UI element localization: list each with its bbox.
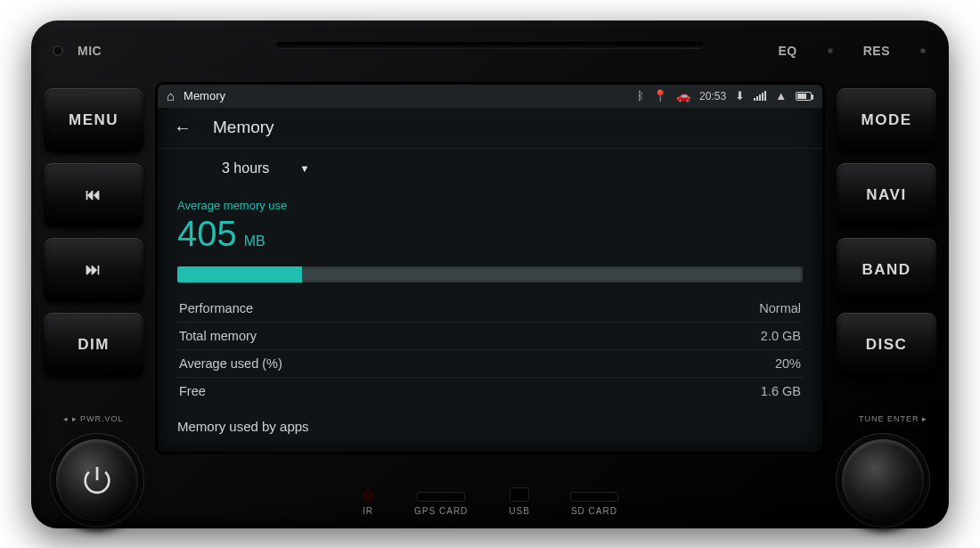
statusbar-app-title: Memory xyxy=(184,89,225,102)
usb-label: USB xyxy=(509,506,530,516)
android-status-bar: ⌂ Memory ᛒ 📍 🚗 20:53 ⬇ ▲ xyxy=(158,85,822,108)
avg-memory-value: 405 MB xyxy=(177,214,803,254)
menu-button[interactable]: MENU xyxy=(44,88,143,152)
sd-card-slot[interactable]: SD CARD xyxy=(571,493,617,516)
gps-slot-icon xyxy=(418,493,464,501)
eq-label: EQ xyxy=(778,44,796,58)
dim-button[interactable]: DIM xyxy=(44,313,143,377)
row-label: Average used (%) xyxy=(179,356,282,371)
res-pinhole-icon xyxy=(920,48,926,53)
time-range-label: 3 hours xyxy=(222,160,269,176)
apps-section-heading[interactable]: Memory used by apps xyxy=(158,419,822,439)
row-performance[interactable]: Performance Normal xyxy=(177,295,803,322)
location-icon: 📍 xyxy=(653,90,667,102)
next-track-button[interactable]: ⏭ xyxy=(44,238,143,302)
mic-hole-icon xyxy=(54,47,61,54)
res-label: RES xyxy=(863,44,890,58)
row-free[interactable]: Free 1.6 GB xyxy=(177,377,803,405)
power-volume-knob[interactable]: ◂ ▸ PWR.VOL xyxy=(56,439,138,521)
avg-memory-label: Average memory use xyxy=(177,199,803,212)
memory-summary: Average memory use 405 MB Performance No… xyxy=(158,188,822,405)
bottom-strip: ◂ ▸ PWR.VOL IR GPS CARD USB SD CARD xyxy=(31,455,949,528)
row-value: 1.6 GB xyxy=(761,384,801,398)
band-button[interactable]: BAND xyxy=(837,238,936,302)
row-total-memory[interactable]: Total memory 2.0 GB xyxy=(177,322,803,349)
gps-card-slot[interactable]: GPS CARD xyxy=(414,493,468,516)
disc-button[interactable]: DISC xyxy=(837,313,936,377)
signal-icon xyxy=(754,91,766,101)
avg-memory-number: 405 xyxy=(177,214,237,254)
row-value: 2.0 GB xyxy=(761,329,801,343)
car-icon: 🚗 xyxy=(676,90,690,102)
row-average-used[interactable]: Average used (%) 20% xyxy=(177,349,803,377)
power-volume-label: ◂ ▸ PWR.VOL xyxy=(63,414,124,423)
ir-port: IR xyxy=(363,490,373,516)
row-value: Normal xyxy=(759,301,801,315)
gps-label: GPS CARD xyxy=(414,506,468,516)
row-label: Performance xyxy=(179,301,253,315)
download-icon: ⬇ xyxy=(735,90,745,102)
ir-label: IR xyxy=(363,506,373,516)
head-unit-chassis: MIC EQ RES MENU ⏮ ⏭ DIM ⌂ Memory ᛒ 📍 � xyxy=(31,20,949,528)
tune-enter-label: TUNE ENTER ▸ xyxy=(859,414,927,423)
screen-title: Memory xyxy=(213,118,274,137)
top-strip: MIC EQ RES xyxy=(31,20,949,81)
right-button-column: MODE NAVI BAND DISC xyxy=(824,81,949,455)
mic-label: MIC xyxy=(78,44,102,58)
sd-label: SD CARD xyxy=(571,506,617,516)
navi-button[interactable]: NAVI xyxy=(837,163,936,227)
dvd-slot[interactable] xyxy=(276,42,704,49)
touchscreen[interactable]: ⌂ Memory ᛒ 📍 🚗 20:53 ⬇ ▲ ← Memory 3 hour… xyxy=(158,85,822,452)
row-label: Free xyxy=(179,384,206,398)
usb-port[interactable]: USB xyxy=(509,488,530,516)
clock: 20:53 xyxy=(699,90,726,102)
memory-usage-bar xyxy=(177,266,803,282)
ir-lens-icon xyxy=(363,490,373,501)
time-range-dropdown[interactable]: 3 hours ▼ xyxy=(158,149,822,188)
tune-enter-knob[interactable]: TUNE ENTER ▸ xyxy=(842,439,924,521)
back-arrow-icon[interactable]: ← xyxy=(174,118,192,138)
mode-button[interactable]: MODE xyxy=(837,88,936,152)
wifi-icon: ▲ xyxy=(775,90,787,102)
battery-icon xyxy=(796,92,812,101)
row-value: 20% xyxy=(775,356,801,371)
usb-slot-icon xyxy=(510,488,528,501)
status-icons: ᛒ 📍 🚗 20:53 ⬇ ▲ xyxy=(637,90,812,102)
memory-used-segment xyxy=(177,266,302,282)
bt-icon: ᛒ xyxy=(637,90,644,102)
avg-memory-unit: MB xyxy=(244,233,265,249)
port-row: IR GPS CARD USB SD CARD xyxy=(363,488,617,516)
memory-stats-list: Performance Normal Total memory 2.0 GB A… xyxy=(177,295,803,405)
sd-slot-icon xyxy=(571,493,617,501)
prev-track-button[interactable]: ⏮ xyxy=(44,163,143,227)
row-label: Total memory xyxy=(179,329,257,343)
left-button-column: MENU ⏮ ⏭ DIM xyxy=(31,81,156,455)
power-icon xyxy=(79,462,115,498)
home-icon[interactable]: ⌂ xyxy=(167,88,175,103)
eq-pinhole-icon xyxy=(828,48,833,53)
screen-header: ← Memory xyxy=(158,108,822,149)
mic-label-area: MIC xyxy=(54,44,102,58)
dropdown-caret-icon: ▼ xyxy=(299,163,309,174)
